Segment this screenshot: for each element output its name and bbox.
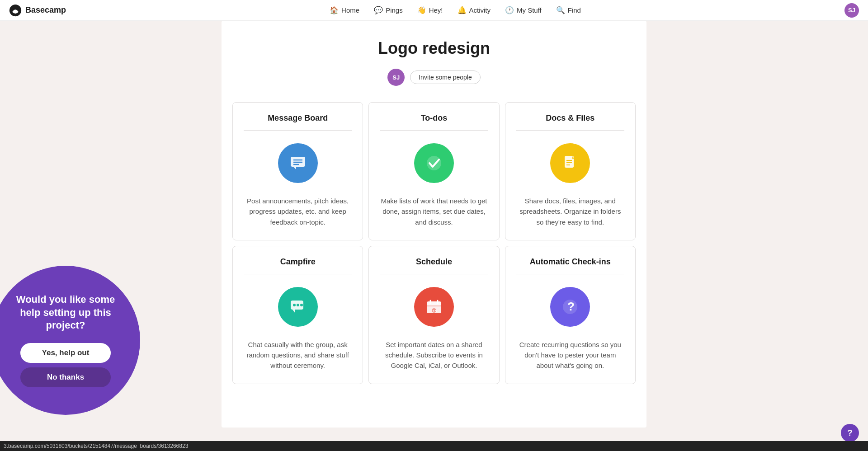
help-yes-label: Yes, help out — [42, 348, 90, 357]
page-title: Logo redesign — [232, 39, 636, 58]
checkins-desc: Create recurring questions so you don't … — [516, 339, 624, 371]
nav-right: SJ — [844, 3, 859, 18]
help-yes-button[interactable]: Yes, help out — [20, 343, 111, 363]
hey-icon: 👋 — [417, 6, 426, 14]
svg-point-14 — [297, 304, 299, 306]
todos-icon-circle — [414, 143, 454, 183]
todos-icon — [424, 153, 444, 173]
todos-desc: Make lists of work that needs to get don… — [380, 196, 488, 227]
campfire-card[interactable]: Campfire Chat casually with the group, a… — [232, 246, 363, 384]
docs-files-icon — [560, 153, 580, 173]
user-initials: SJ — [848, 7, 855, 14]
svg-marker-5 — [293, 167, 296, 169]
nav-home[interactable]: 🏠 Home — [323, 3, 366, 17]
schedule-card[interactable]: Schedule 15 Set important dates on a s — [368, 246, 499, 384]
schedule-icon: 15 — [424, 297, 444, 317]
nav-home-label: Home — [341, 6, 359, 14]
help-no-button[interactable]: No thanks — [20, 367, 111, 387]
home-icon: 🏠 — [330, 6, 339, 14]
top-navigation: Basecamp 🏠 Home 💬 Pings 👋 Hey! 🔔 Activit… — [0, 0, 868, 21]
nav-mystuff[interactable]: 🕐 My Stuff — [499, 3, 548, 17]
svg-rect-18 — [427, 301, 441, 306]
nav-find-label: Find — [568, 6, 581, 14]
mystuff-icon: 🕐 — [505, 6, 514, 14]
todos-title: To-dos — [380, 113, 488, 131]
docs-files-icon-circle — [550, 143, 590, 183]
pings-icon: 💬 — [374, 6, 383, 14]
invite-label: Invite some people — [419, 74, 472, 81]
checkins-icon: ? — [560, 297, 580, 317]
nav-activity[interactable]: 🔔 Activity — [451, 3, 497, 17]
campfire-icon — [288, 297, 308, 317]
message-board-icon — [288, 153, 308, 173]
nav-items: 🏠 Home 💬 Pings 👋 Hey! 🔔 Activity 🕐 My St… — [323, 3, 587, 17]
schedule-desc: Set important dates on a shared schedule… — [380, 339, 488, 371]
campfire-title: Campfire — [244, 257, 352, 274]
svg-marker-16 — [292, 310, 295, 313]
nav-pings-label: Pings — [386, 6, 403, 14]
member-avatar[interactable]: SJ — [387, 69, 405, 86]
brand-logo[interactable]: Basecamp — [9, 4, 66, 17]
nav-hey-label: Hey! — [429, 6, 443, 14]
tools-grid: Message Board Post announcements, pitch … — [232, 102, 636, 384]
help-question: Would you like some help setting up this… — [9, 293, 122, 332]
campfire-icon-circle — [278, 287, 318, 327]
nav-find[interactable]: 🔍 Find — [550, 3, 587, 17]
nav-mystuff-label: My Stuff — [517, 6, 542, 14]
svg-text:?: ? — [567, 300, 575, 313]
schedule-title: Schedule — [380, 257, 488, 274]
message-board-icon-circle — [278, 143, 318, 183]
help-circle-icon: ? — [848, 428, 853, 438]
docs-files-title: Docs & Files — [516, 113, 624, 131]
find-icon: 🔍 — [556, 6, 565, 14]
nav-hey[interactable]: 👋 Hey! — [411, 3, 449, 17]
todos-card[interactable]: To-dos Make lists of work that needs to … — [368, 102, 499, 240]
help-no-label: No thanks — [47, 373, 84, 381]
project-members: SJ Invite some people — [232, 69, 636, 86]
nav-pings[interactable]: 💬 Pings — [368, 3, 409, 17]
content-panel: Logo redesign SJ Invite some people Mess… — [222, 21, 646, 428]
basecamp-logo-icon — [9, 4, 22, 17]
svg-point-15 — [300, 304, 303, 306]
activity-icon: 🔔 — [458, 6, 467, 14]
status-url: 3.basecamp.com/5031803/buckets/21514847/… — [4, 443, 188, 449]
schedule-icon-circle: 15 — [414, 287, 454, 327]
message-board-title: Message Board — [244, 113, 352, 131]
status-bar: 3.basecamp.com/5031803/buckets/21514847/… — [0, 441, 868, 451]
svg-text:15: 15 — [433, 309, 437, 313]
nav-activity-label: Activity — [469, 6, 491, 14]
message-board-card[interactable]: Message Board Post announcements, pitch … — [232, 102, 363, 240]
svg-point-13 — [293, 304, 296, 306]
docs-files-desc: Share docs, files, images, and spreadshe… — [516, 196, 624, 227]
invite-people-button[interactable]: Invite some people — [410, 70, 481, 84]
brand-name: Basecamp — [25, 5, 66, 15]
member-initials: SJ — [392, 74, 400, 81]
campfire-desc: Chat casually with the group, ask random… — [244, 339, 352, 371]
checkins-title: Automatic Check-ins — [516, 257, 624, 274]
checkins-card[interactable]: Automatic Check-ins ? Create recurring q… — [505, 246, 636, 384]
help-circle-button[interactable]: ? — [841, 424, 859, 442]
user-avatar[interactable]: SJ — [844, 3, 859, 18]
message-board-desc: Post announcements, pitch ideas, progres… — [244, 196, 352, 227]
checkins-icon-circle: ? — [550, 287, 590, 327]
docs-files-card[interactable]: Docs & Files Share docs, files, images, … — [505, 102, 636, 240]
